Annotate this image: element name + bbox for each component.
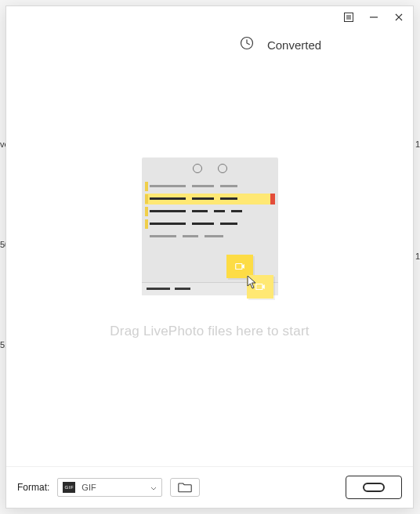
folder-icon [178, 482, 192, 493]
minimize-button[interactable] [364, 8, 383, 27]
format-value: GIF [81, 483, 96, 492]
format-label: Format: [17, 482, 49, 493]
convert-button[interactable] [346, 476, 402, 499]
titlebar [6, 6, 413, 28]
cursor-icon [247, 275, 258, 289]
close-icon [393, 12, 404, 23]
svg-rect-10 [364, 483, 384, 491]
output-folder-button[interactable] [170, 478, 200, 497]
convert-icon [362, 482, 386, 493]
format-select[interactable]: GIF GIF [57, 478, 162, 497]
converted-tab[interactable]: Converted [267, 38, 321, 52]
minimize-icon [368, 12, 379, 23]
bg-fragment: 1 [415, 252, 420, 261]
drop-area[interactable]: Drag LivePhoto files here to start [6, 61, 413, 466]
footer: Format: GIF GIF [6, 466, 413, 508]
history-icon [239, 35, 255, 54]
close-button[interactable] [389, 8, 408, 27]
drop-illustration [142, 157, 278, 306]
bg-fragment: 1 [415, 139, 420, 149]
svg-rect-8 [235, 263, 241, 269]
header: Converted [6, 28, 413, 61]
menu-icon [343, 12, 354, 23]
chevron-down-icon [150, 480, 157, 494]
gif-badge-icon: GIF [63, 482, 75, 493]
drop-hint-text: Drag LivePhoto files here to start [110, 324, 309, 339]
menu-button[interactable] [339, 8, 358, 27]
app-window: Converted [5, 5, 414, 509]
